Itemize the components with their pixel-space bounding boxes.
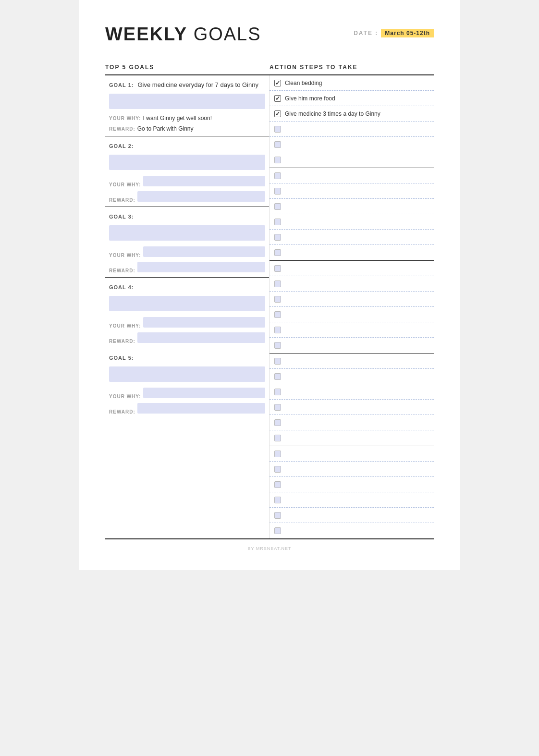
action-item-4-4[interactable] (270, 400, 434, 415)
goal-4-reward-row: REWARD: (105, 330, 269, 348)
checkbox-3-5[interactable] (274, 327, 281, 333)
checkbox-1-4[interactable] (274, 126, 281, 133)
action-text-1-3: Give medicine 3 times a day to Ginny (285, 110, 380, 117)
action-item-3-3[interactable] (270, 292, 434, 307)
action-item-1-4[interactable] (270, 122, 434, 137)
goal-1-reward-text: Go to Park with Ginny (137, 125, 194, 132)
checkbox-1-5[interactable] (274, 141, 281, 148)
action-item-4-1[interactable] (270, 354, 434, 369)
checkbox-3-2[interactable] (274, 280, 281, 287)
action-item-3-6[interactable] (270, 338, 434, 353)
action-item-3-2[interactable] (270, 276, 434, 292)
checkbox-4-3[interactable] (274, 389, 281, 395)
action-item-5-6[interactable] (270, 523, 434, 538)
checkbox-5-3[interactable] (274, 481, 281, 488)
action-item-4-6[interactable] (270, 430, 434, 446)
goal-1-reward-label: REWARD: (109, 126, 135, 132)
action-item-4-2[interactable] (270, 369, 434, 384)
checkbox-5-4[interactable] (274, 497, 281, 503)
checkbox-3-3[interactable] (274, 296, 281, 303)
goal-5-why-input[interactable] (143, 388, 265, 398)
goal-3-why-input[interactable] (143, 246, 265, 257)
goal-4-why-input[interactable] (143, 317, 265, 328)
action-item-3-1[interactable] (270, 261, 434, 276)
goal-1-label: GOAL 1: (109, 82, 135, 88)
action-item-2-4[interactable] (270, 214, 434, 230)
goal-2-label: GOAL 2: (109, 143, 134, 149)
goal-3-label: GOAL 3: (109, 214, 134, 219)
goal-2-input-area[interactable] (109, 155, 265, 170)
checkbox-4-2[interactable] (274, 373, 281, 380)
action-item-1-5[interactable] (270, 137, 434, 152)
action-item-2-2[interactable] (270, 183, 434, 199)
goal-1-why-text: I want Ginny get well soon! (143, 115, 212, 122)
checkbox-3-4[interactable] (274, 311, 281, 318)
goal-5-reward-label: REWARD: (109, 409, 135, 415)
goal-2-reward-input[interactable] (137, 191, 265, 202)
main-grid: GOAL 1: Give medicine everyday for 7 day… (105, 75, 434, 539)
action-item-1-1[interactable]: ✓ Clean bedding (270, 75, 434, 91)
checkbox-1-6[interactable] (274, 157, 281, 163)
action-item-3-4[interactable] (270, 307, 434, 322)
action-item-5-4[interactable] (270, 492, 434, 508)
goal-3-reward-input[interactable] (137, 262, 265, 272)
checkbox-4-4[interactable] (274, 404, 281, 411)
page: WEEKLY GOALS DATE : March 05-12th TOP 5 … (79, 0, 460, 570)
goal-5-reward-input[interactable] (137, 403, 265, 414)
action-item-2-6[interactable] (270, 245, 434, 260)
goal-3-why-row: YOUR WHY: (105, 244, 269, 260)
action-item-2-5[interactable] (270, 230, 434, 245)
action-item-2-3[interactable] (270, 199, 434, 214)
action-item-5-5[interactable] (270, 508, 434, 523)
checkbox-3-6[interactable] (274, 342, 281, 349)
checkbox-5-2[interactable] (274, 466, 281, 473)
action-item-1-3[interactable]: ✓ Give medicine 3 times a day to Ginny (270, 106, 434, 122)
checkbox-2-4[interactable] (274, 219, 281, 225)
checkbox-1-2[interactable]: ✓ (274, 95, 281, 102)
goal-1-input-area[interactable] (109, 94, 265, 109)
checkbox-5-1[interactable] (274, 451, 281, 457)
action-item-2-1[interactable] (270, 168, 434, 183)
goal-2-why-input[interactable] (143, 176, 265, 186)
action-item-5-2[interactable] (270, 462, 434, 477)
checkmark-icon: ✓ (275, 80, 280, 86)
action-item-1-6[interactable] (270, 152, 434, 168)
checkbox-2-6[interactable] (274, 249, 281, 256)
right-column-header: ACTION STEPS TO TAKE (270, 64, 434, 71)
checkbox-2-5[interactable] (274, 234, 281, 241)
header: WEEKLY GOALS DATE : March 05-12th (105, 24, 434, 45)
goal-section-1: GOAL 1: Give medicine everyday for 7 day… (105, 75, 269, 136)
goal-1-text: Give medicine everyday for 7 days to Gin… (137, 81, 258, 88)
checkbox-4-5[interactable] (274, 419, 281, 426)
action-item-3-5[interactable] (270, 322, 434, 338)
checkbox-5-5[interactable] (274, 512, 281, 519)
action-item-1-2[interactable]: ✓ Give him more food (270, 91, 434, 106)
goal-4-reward-input[interactable] (137, 332, 265, 343)
goal-2-reward-label: REWARD: (109, 197, 135, 203)
goal-4-row: GOAL 4: (105, 278, 269, 294)
checkbox-4-1[interactable] (274, 358, 281, 365)
checkbox-1-3[interactable]: ✓ (274, 110, 281, 117)
checkbox-2-3[interactable] (274, 203, 281, 210)
checkbox-1-1[interactable]: ✓ (274, 80, 281, 86)
goal-5-reward-row: REWARD: (105, 401, 269, 418)
checkbox-2-2[interactable] (274, 188, 281, 195)
action-group-3 (270, 261, 434, 354)
goal-2-why-label: YOUR WHY: (109, 182, 141, 187)
action-item-4-5[interactable] (270, 415, 434, 430)
goal-section-5: GOAL 5: YOUR WHY: REWARD: (105, 348, 269, 418)
checkbox-5-6[interactable] (274, 527, 281, 534)
left-column-header: TOP 5 GOALS (105, 64, 270, 71)
checkbox-4-6[interactable] (274, 435, 281, 441)
goal-5-input-area[interactable] (109, 366, 265, 382)
goal-3-reward-row: REWARD: (105, 260, 269, 277)
goal-5-why-row: YOUR WHY: (105, 385, 269, 401)
action-item-4-3[interactable] (270, 384, 434, 400)
checkbox-2-1[interactable] (274, 172, 281, 179)
goal-4-input-area[interactable] (109, 296, 265, 311)
checkbox-3-1[interactable] (274, 265, 281, 272)
action-item-5-3[interactable] (270, 477, 434, 492)
action-item-5-1[interactable] (270, 446, 434, 462)
goal-2-row: GOAL 2: (105, 136, 269, 153)
goal-3-input-area[interactable] (109, 225, 265, 241)
